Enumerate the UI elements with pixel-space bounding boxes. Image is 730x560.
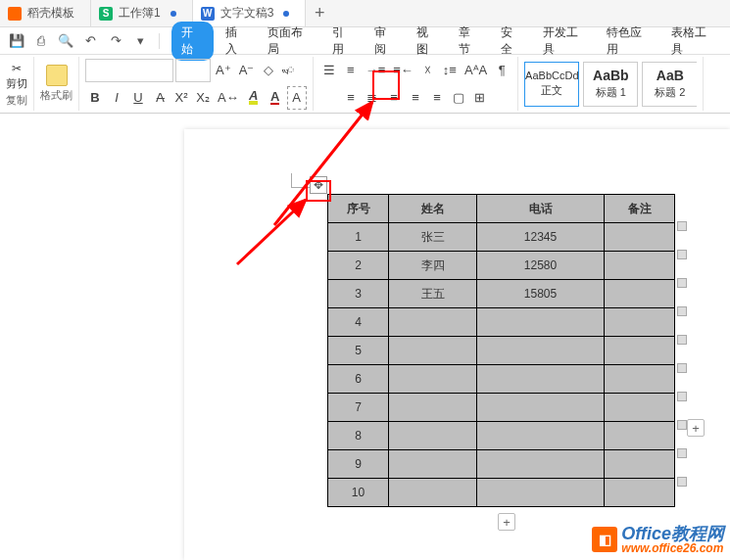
- style-heading2[interactable]: AaB 标题 2: [642, 62, 697, 107]
- copy-label[interactable]: 复制: [6, 93, 27, 108]
- cell-phone[interactable]: [477, 337, 605, 365]
- cell-note[interactable]: [605, 365, 675, 394]
- cut-icon[interactable]: ✂: [9, 61, 24, 76]
- para-marks-button[interactable]: ¶: [492, 59, 511, 82]
- row-handle[interactable]: [677, 306, 687, 316]
- header-no[interactable]: 序号: [328, 195, 389, 223]
- undo-button[interactable]: ↶: [80, 31, 101, 51]
- add-column-button[interactable]: +: [687, 419, 705, 437]
- borders-button[interactable]: ⊞: [470, 86, 490, 110]
- menu-table-tools[interactable]: 表格工具: [663, 22, 724, 61]
- font-size-select[interactable]: [175, 59, 211, 82]
- clear-format-button[interactable]: ◇: [259, 59, 278, 82]
- cell-name[interactable]: [389, 337, 477, 365]
- tab-templates[interactable]: 稻壳模板: [0, 0, 91, 26]
- cell-note[interactable]: [605, 308, 675, 337]
- cell-phone[interactable]: 12580: [477, 252, 605, 280]
- cell-note[interactable]: [605, 450, 675, 479]
- style-normal[interactable]: AaBbCcDd 正文: [524, 62, 579, 107]
- char-scale-button[interactable]: A↔: [215, 86, 242, 110]
- line-spacing-button[interactable]: ↕≡: [440, 59, 460, 82]
- menu-special[interactable]: 特色应用: [599, 22, 659, 61]
- header-note[interactable]: 备注: [605, 195, 675, 223]
- header-name[interactable]: 姓名: [389, 195, 477, 223]
- phonetic-button[interactable]: ྻ: [280, 59, 300, 82]
- cell-no[interactable]: 2: [328, 252, 389, 280]
- cell-name[interactable]: 李四: [389, 252, 477, 280]
- decrease-font-button[interactable]: A⁻: [236, 59, 258, 82]
- cell-no[interactable]: 5: [328, 337, 389, 365]
- row-handle[interactable]: [677, 221, 687, 231]
- font-color-button[interactable]: A: [266, 86, 285, 110]
- qat-dropdown[interactable]: ▾: [130, 31, 151, 51]
- save-button[interactable]: 💾: [6, 31, 26, 51]
- cell-phone[interactable]: [477, 365, 605, 394]
- menu-review[interactable]: 审阅: [366, 22, 405, 61]
- cell-no[interactable]: 3: [328, 280, 389, 308]
- redo-button[interactable]: ↷: [106, 31, 126, 51]
- sort-button[interactable]: ☓: [418, 59, 438, 82]
- cell-no[interactable]: 8: [328, 422, 389, 450]
- row-handle[interactable]: [677, 278, 687, 288]
- cell-phone[interactable]: [477, 479, 605, 507]
- row-handle[interactable]: [677, 477, 687, 487]
- shading-button[interactable]: ▢: [449, 86, 468, 110]
- cell-note[interactable]: [605, 479, 675, 507]
- underline-button[interactable]: U: [128, 86, 148, 110]
- font-family-select[interactable]: [85, 59, 173, 82]
- header-phone[interactable]: 电话: [477, 195, 605, 223]
- cell-no[interactable]: 10: [328, 479, 389, 507]
- menu-layout[interactable]: 页面布局: [260, 22, 320, 61]
- cell-no[interactable]: 4: [328, 308, 389, 337]
- format-painter-icon[interactable]: [46, 65, 68, 86]
- char-spacing-button[interactable]: AᴬA: [462, 59, 490, 82]
- bold-button[interactable]: B: [85, 86, 105, 110]
- row-handle[interactable]: [677, 420, 687, 430]
- cell-name[interactable]: [389, 365, 477, 394]
- cell-phone[interactable]: [477, 422, 605, 450]
- bullet-list-button[interactable]: ☰: [319, 59, 339, 82]
- align-justify-button[interactable]: ≡: [406, 86, 425, 110]
- cell-phone[interactable]: 15805: [477, 280, 605, 308]
- print-button[interactable]: ⎙: [30, 31, 51, 51]
- increase-font-button[interactable]: A⁺: [213, 59, 234, 82]
- cell-no[interactable]: 1: [328, 223, 389, 252]
- cell-name[interactable]: [389, 479, 477, 507]
- style-heading1[interactable]: AaBb 标题 1: [583, 62, 638, 107]
- superscript-button[interactable]: X²: [171, 86, 191, 110]
- subscript-button[interactable]: X₂: [193, 86, 213, 110]
- strike-button[interactable]: A̶: [150, 86, 170, 110]
- data-table[interactable]: 序号 姓名 电话 备注 1张三12345 2李四12580 3王五15805 4…: [327, 194, 675, 507]
- align-left-button[interactable]: ≡: [341, 86, 361, 110]
- row-handle[interactable]: [677, 250, 687, 259]
- row-handle[interactable]: [677, 363, 687, 373]
- cell-no[interactable]: 9: [328, 450, 389, 479]
- cell-note[interactable]: [605, 394, 675, 422]
- cell-note[interactable]: [605, 252, 675, 280]
- preview-button[interactable]: 🔍: [56, 31, 76, 51]
- cell-phone[interactable]: 12345: [477, 223, 605, 252]
- cell-name[interactable]: [389, 394, 477, 422]
- cell-name[interactable]: 张三: [389, 223, 477, 252]
- cell-note[interactable]: [605, 280, 675, 308]
- row-handle[interactable]: [677, 335, 687, 345]
- cell-note[interactable]: [605, 223, 675, 252]
- menu-view[interactable]: 视图: [409, 22, 447, 61]
- cell-phone[interactable]: [477, 394, 605, 422]
- menu-chapter[interactable]: 章节: [451, 22, 489, 61]
- row-handle[interactable]: [677, 392, 687, 401]
- cell-phone[interactable]: [477, 308, 605, 337]
- cell-note[interactable]: [605, 422, 675, 450]
- align-distribute-button[interactable]: ≡: [427, 86, 447, 110]
- menu-security[interactable]: 安全: [493, 22, 531, 61]
- cell-no[interactable]: 6: [328, 365, 389, 394]
- cell-no[interactable]: 7: [328, 394, 389, 422]
- highlight-button[interactable]: A: [244, 86, 264, 110]
- menu-dev[interactable]: 开发工具: [535, 22, 596, 61]
- cell-name[interactable]: [389, 450, 477, 479]
- char-border-button[interactable]: A: [287, 86, 307, 110]
- cell-name[interactable]: 王五: [389, 280, 477, 308]
- row-handle[interactable]: [677, 448, 687, 458]
- cell-name[interactable]: [389, 308, 477, 337]
- cell-name[interactable]: [389, 422, 477, 450]
